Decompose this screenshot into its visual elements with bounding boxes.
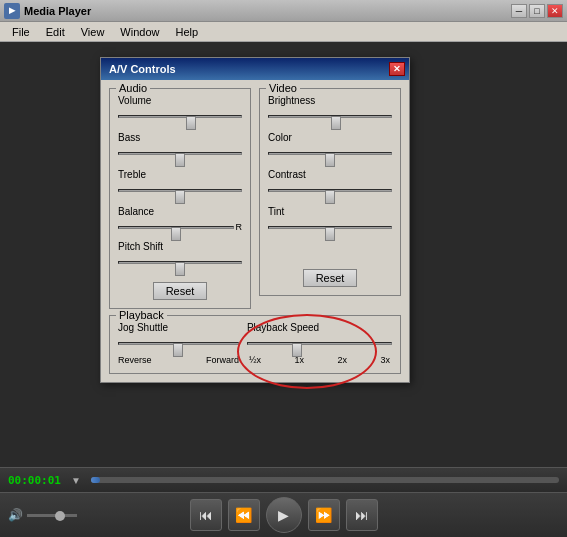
menu-bar: File Edit View Window Help (0, 22, 567, 42)
brightness-slider[interactable] (268, 108, 392, 124)
video-group-title: Video (266, 82, 300, 94)
bottom-bar: 00:00:01 ▼ (0, 467, 567, 492)
audio-reset-container: Reset (118, 278, 242, 300)
video-reset-button[interactable]: Reset (303, 269, 358, 287)
menu-window[interactable]: Window (112, 24, 167, 40)
balance-container: R (118, 219, 242, 235)
contrast-slider[interactable] (268, 182, 392, 198)
app-window: ▶ Media Player ─ □ ✕ File Edit View Wind… (0, 0, 567, 537)
playback-speed-label: Playback Speed (247, 322, 392, 333)
brightness-row: Brightness (268, 95, 392, 126)
controls-bar: 🔊 ⏮ ⏪ ▶ ⏩ ⏭ (0, 492, 567, 537)
speed-3x-label: 3x (380, 355, 390, 365)
dialog-title-bar: A/V Controls ✕ (101, 58, 409, 80)
funnel-icon: ▼ (71, 475, 81, 486)
bass-label: Bass (118, 132, 242, 143)
audio-column: Audio Volume Bass Treble (109, 88, 251, 315)
treble-label: Treble (118, 169, 242, 180)
jog-column: Jog Shuttle Reverse Forward (118, 322, 239, 365)
audio-video-section: Audio Volume Bass Treble (109, 88, 401, 315)
volume-slider[interactable] (118, 108, 242, 124)
volume-control-slider[interactable] (27, 508, 77, 522)
title-bar: ▶ Media Player ─ □ ✕ (0, 0, 567, 22)
app-title: Media Player (24, 5, 91, 17)
jog-shuttle-slider[interactable] (118, 335, 239, 351)
video-reset-container: Reset (268, 265, 392, 287)
speed-labels: ½x 1x 2x 3x (247, 355, 392, 365)
main-content: A/V Controls ✕ Audio Volume (0, 42, 567, 467)
playback-speed-slider[interactable] (247, 335, 392, 351)
reverse-label: Reverse (118, 355, 152, 365)
audio-group: Audio Volume Bass Treble (109, 88, 251, 309)
balance-r-label: R (236, 222, 243, 232)
title-bar-left: ▶ Media Player (4, 3, 91, 19)
color-label: Color (268, 132, 392, 143)
contrast-row: Contrast (268, 169, 392, 200)
balance-row: Balance R (118, 206, 242, 235)
av-controls-dialog: A/V Controls ✕ Audio Volume (100, 57, 410, 383)
brightness-label: Brightness (268, 95, 392, 106)
video-group: Video Brightness Color Contrast (259, 88, 401, 296)
menu-edit[interactable]: Edit (38, 24, 73, 40)
color-slider[interactable] (268, 145, 392, 161)
playback-inner: Jog Shuttle Reverse Forward Playback Spe… (118, 322, 392, 365)
forward-label: Forward (206, 355, 239, 365)
play-button[interactable]: ▶ (266, 497, 302, 533)
volume-label: Volume (118, 95, 242, 106)
bass-slider[interactable] (118, 145, 242, 161)
dialog-body: Audio Volume Bass Treble (101, 80, 409, 382)
skip-forward-button[interactable]: ⏭ (346, 499, 378, 531)
maximize-button[interactable]: □ (529, 4, 545, 18)
progress-fill (91, 477, 100, 483)
menu-view[interactable]: View (73, 24, 113, 40)
volume-icon: 🔊 (8, 508, 23, 522)
treble-slider[interactable] (118, 182, 242, 198)
speed-2x-label: 2x (337, 355, 347, 365)
volume-row: Volume (118, 95, 242, 126)
contrast-label: Contrast (268, 169, 392, 180)
progress-bar[interactable] (91, 477, 559, 483)
fast-forward-button[interactable]: ⏩ (308, 499, 340, 531)
app-icon: ▶ (4, 3, 20, 19)
menu-file[interactable]: File (4, 24, 38, 40)
balance-slider[interactable] (118, 219, 234, 235)
bass-row: Bass (118, 132, 242, 163)
playback-group-title: Playback (116, 309, 167, 321)
tint-label: Tint (268, 206, 392, 217)
video-column: Video Brightness Color Contrast (259, 88, 401, 315)
audio-group-title: Audio (116, 82, 150, 94)
dialog-close-button[interactable]: ✕ (389, 62, 405, 76)
rewind-button[interactable]: ⏪ (228, 499, 260, 531)
treble-row: Treble (118, 169, 242, 200)
tint-slider[interactable] (268, 219, 392, 235)
speed-1x-label: 1x (294, 355, 304, 365)
minimize-button[interactable]: ─ (511, 4, 527, 18)
pitch-shift-label: Pitch Shift (118, 241, 242, 252)
close-button[interactable]: ✕ (547, 4, 563, 18)
playback-group: Playback Jog Shuttle Reverse Forward (109, 315, 401, 374)
color-row: Color (268, 132, 392, 163)
speed-half-label: ½x (249, 355, 261, 365)
dialog-title: A/V Controls (109, 63, 176, 75)
volume-area: 🔊 (8, 508, 77, 522)
time-display: 00:00:01 (8, 474, 61, 487)
audio-reset-button[interactable]: Reset (153, 282, 208, 300)
title-bar-controls: ─ □ ✕ (511, 4, 563, 18)
tint-row: Tint (268, 206, 392, 237)
balance-label: Balance (118, 206, 242, 217)
jog-labels: Reverse Forward (118, 355, 239, 365)
skip-back-button[interactable]: ⏮ (190, 499, 222, 531)
jog-shuttle-label: Jog Shuttle (118, 322, 239, 333)
menu-help[interactable]: Help (167, 24, 206, 40)
pitch-shift-slider[interactable] (118, 254, 242, 270)
pitch-shift-row: Pitch Shift (118, 241, 242, 272)
speed-column: Playback Speed ½x 1x 2x 3x (247, 322, 392, 365)
